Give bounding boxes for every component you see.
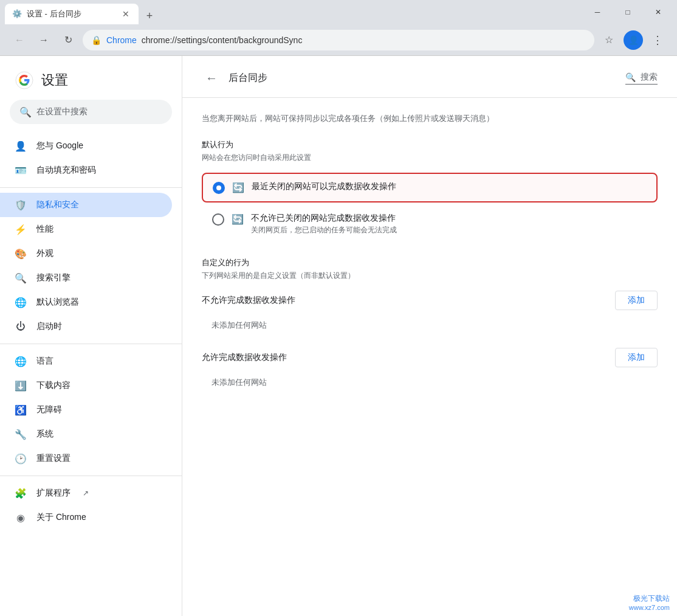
minimize-button[interactable]: ─ [583, 2, 611, 22]
reload-button[interactable]: ↻ [58, 30, 78, 50]
sidebar-item-label-privacy: 隐私和安全 [36, 199, 79, 210]
menu-button[interactable]: ⋮ [648, 30, 667, 50]
sidebar-header: 设置 [0, 66, 182, 100]
content-back-button[interactable]: ← [202, 68, 221, 88]
sidebar-item-google[interactable]: 👤您与 Google [0, 134, 172, 158]
sidebar-item-label-accessibility: 无障碍 [36, 404, 62, 415]
close-button[interactable]: ✕ [644, 2, 672, 22]
sidebar-nav: 👤您与 Google🪪自动填充和密码🛡️隐私和安全⚡性能🎨外观🔍搜索引擎🌐默认浏… [0, 134, 182, 530]
allow-section-header: 允许完成数据收发操作 添加 [202, 348, 658, 367]
block-section-label: 不允许完成数据收发操作 [202, 295, 295, 306]
maximize-button[interactable]: □ [614, 2, 642, 22]
allow-option-content: 最近关闭的网站可以完成数据收发操作 [252, 181, 647, 192]
tab-title: 设置 - 后台同步 [27, 9, 115, 19]
sidebar-item-privacy[interactable]: 🛡️隐私和安全 [0, 193, 172, 217]
nav-divider-after-startup [0, 344, 182, 344]
sidebar: 设置 🔍 在设置中搜索 👤您与 Google🪪自动填充和密码🛡️隐私和安全⚡性能… [0, 56, 182, 616]
sidebar-item-appearance[interactable]: 🎨外观 [0, 241, 172, 266]
default-behavior-subtitle: 网站会在您访问时自动采用此设置 [202, 153, 658, 163]
sidebar-item-label-downloads: 下载内容 [36, 380, 70, 391]
sidebar-item-system[interactable]: 🔧系统 [0, 422, 172, 446]
sidebar-item-extensions[interactable]: 🧩扩展程序↗ [0, 481, 172, 505]
page-description: 当您离开网站后，网站可保持同步以完成各项任务（例如上传照片或发送聊天消息） [202, 112, 658, 125]
sidebar-item-startup[interactable]: ⏻启动时 [0, 314, 172, 339]
block-option-content: 不允许已关闭的网站完成数据收发操作 关闭网页后，您已启动的任务可能会无法完成 [251, 213, 647, 235]
performance-icon: ⚡ [15, 223, 27, 235]
reset-icon: 🕑 [15, 452, 27, 465]
new-tab-button[interactable]: + [141, 7, 158, 24]
security-icon: 🔒 [91, 35, 101, 45]
watermark: 极光下载站 www.xz7.com [629, 594, 670, 611]
sidebar-item-label-language: 语言 [36, 356, 53, 367]
content-search[interactable]: 🔍 搜索 [625, 72, 658, 85]
sidebar-item-label-extensions: 扩展程序 [36, 488, 70, 499]
sidebar-item-browser[interactable]: 🌐默认浏览器 [0, 290, 172, 314]
language-icon: 🌐 [15, 355, 27, 367]
content-header-left: ← 后台同步 [202, 68, 267, 88]
watermark-site: 极光下载站 [629, 594, 670, 604]
content-search-icon: 🔍 [625, 72, 636, 82]
sidebar-item-accessibility[interactable]: ♿无障碍 [0, 398, 172, 422]
search-icon: 🔍 [19, 106, 32, 118]
block-radio[interactable] [212, 213, 224, 226]
bookmark-button[interactable]: ☆ [599, 30, 619, 50]
block-sync-icon: 🔄 [232, 213, 244, 225]
block-option-label: 不允许已关闭的网站完成数据收发操作 [251, 213, 647, 224]
allow-option[interactable]: 🔄 最近关闭的网站可以完成数据收发操作 [202, 173, 658, 202]
block-add-button[interactable]: 添加 [615, 291, 658, 310]
back-button[interactable]: ← [10, 30, 29, 50]
sidebar-item-downloads[interactable]: ⬇️下载内容 [0, 373, 172, 398]
address-box[interactable]: 🔒 Chrome chrome://settings/content/backg… [83, 30, 594, 50]
block-sites-section: 不允许完成数据收发操作 添加 未添加任何网站 [202, 291, 658, 336]
sidebar-item-autofill[interactable]: 🪪自动填充和密码 [0, 158, 172, 182]
sidebar-item-performance[interactable]: ⚡性能 [0, 217, 172, 241]
nav-divider-after-reset [0, 476, 182, 476]
sidebar-search-box[interactable]: 🔍 在设置中搜索 [10, 100, 172, 124]
sidebar-item-search[interactable]: 🔍搜索引擎 [0, 266, 172, 290]
external-link-icon: ↗ [83, 489, 89, 497]
browser-frame: ⚙️ 设置 - 后台同步 ✕ + ─ □ ✕ ← → ↻ 🔒 Chrome ch… [0, 0, 677, 56]
downloads-icon: ⬇️ [15, 379, 27, 392]
content-area: ← 后台同步 🔍 搜索 当您离开网站后，网站可保持同步以完成各项任务（例如上传照… [182, 56, 677, 616]
allow-add-button[interactable]: 添加 [615, 348, 658, 367]
accessibility-icon: ♿ [15, 404, 27, 416]
allow-sites-section: 允许完成数据收发操作 添加 未添加任何网站 [202, 348, 658, 393]
system-icon: 🔧 [15, 428, 27, 440]
sidebar-item-label-reset: 重置设置 [36, 453, 70, 464]
nav-divider-after-autofill [0, 187, 182, 188]
sync-icon: 🔄 [232, 182, 244, 193]
forward-button[interactable]: → [34, 30, 53, 50]
google-icon: 👤 [15, 140, 27, 152]
default-behavior-title: 默认行为 [202, 139, 658, 150]
sidebar-item-reset[interactable]: 🕑重置设置 [0, 446, 172, 471]
custom-behavior-title: 自定义的行为 [202, 257, 658, 268]
profile-button[interactable]: 👤 [624, 30, 643, 50]
sidebar-item-label-startup: 启动时 [36, 321, 62, 332]
chrome-badge: Chrome [106, 35, 137, 45]
content-header: ← 后台同步 🔍 搜索 [182, 56, 677, 98]
app-body: 设置 🔍 在设置中搜索 👤您与 Google🪪自动填充和密码🛡️隐私和安全⚡性能… [0, 56, 677, 616]
address-bar-row: ← → ↻ 🔒 Chrome chrome://settings/content… [0, 24, 677, 56]
search-placeholder: 在设置中搜索 [36, 106, 88, 117]
google-logo [15, 71, 34, 90]
content-title: 后台同步 [229, 72, 267, 85]
browser-icon: 🌐 [15, 296, 27, 308]
content-search-input[interactable]: 搜索 [641, 72, 658, 83]
sidebar-item-label-browser: 默认浏览器 [36, 297, 79, 308]
allow-radio[interactable] [213, 182, 225, 194]
tab-close-button[interactable]: ✕ [120, 9, 131, 19]
tab-strip: ⚙️ 设置 - 后台同步 ✕ + [5, 0, 158, 24]
sidebar-item-label-about: 关于 Chrome [36, 512, 86, 523]
search-icon: 🔍 [15, 272, 27, 284]
sidebar-item-about[interactable]: ◉关于 Chrome [0, 505, 172, 530]
active-tab[interactable]: ⚙️ 设置 - 后台同步 ✕ [5, 4, 139, 24]
sidebar-item-language[interactable]: 🌐语言 [0, 349, 172, 373]
tab-settings-icon: ⚙️ [12, 9, 22, 19]
custom-behavior-subtitle: 下列网站采用的是自定义设置（而非默认设置） [202, 271, 658, 281]
privacy-icon: 🛡️ [15, 199, 27, 211]
window-controls: ─ □ ✕ [583, 2, 672, 22]
block-option[interactable]: 🔄 不允许已关闭的网站完成数据收发操作 关闭网页后，您已启动的任务可能会无法完成 [202, 205, 658, 243]
sidebar-item-label-appearance: 外观 [36, 248, 53, 259]
sidebar-title: 设置 [41, 71, 68, 89]
sidebar-item-label-system: 系统 [36, 429, 53, 440]
